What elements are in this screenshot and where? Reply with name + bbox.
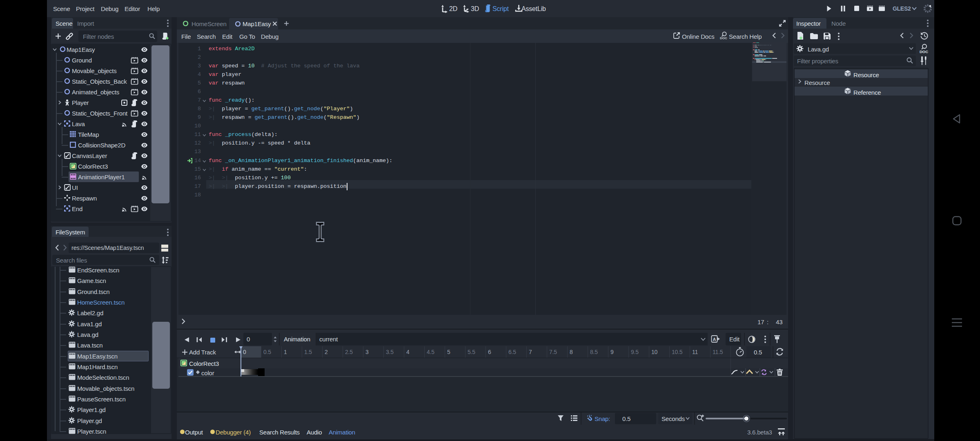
- svg-text:DOC: DOC: [720, 36, 727, 40]
- svg-text:DOC: DOC: [920, 49, 928, 54]
- svg-text:A: A: [713, 337, 716, 342]
